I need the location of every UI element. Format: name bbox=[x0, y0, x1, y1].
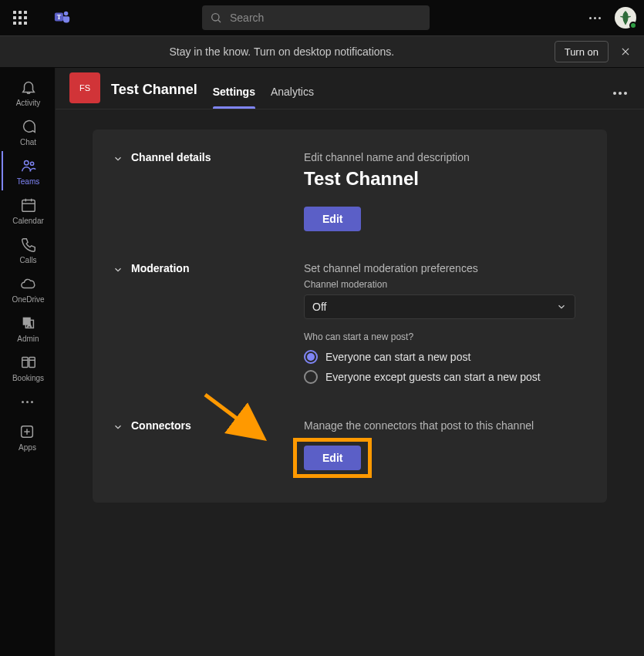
rail-label: Calendar bbox=[12, 217, 44, 225]
rail-label: Chat bbox=[20, 138, 36, 146]
search-icon bbox=[210, 12, 222, 24]
rail-onedrive[interactable]: OneDrive bbox=[2, 269, 54, 308]
section-connectors: Connectors Manage the connectors that po… bbox=[93, 404, 607, 481]
settings-panel: Channel details Edit channel name and de… bbox=[93, 130, 607, 503]
app-launcher-button[interactable] bbox=[8, 5, 32, 30]
rail-label: Bookings bbox=[12, 374, 44, 382]
close-banner-button[interactable] bbox=[616, 42, 635, 61]
svg-point-3 bbox=[212, 14, 219, 21]
svg-point-8 bbox=[24, 161, 29, 166]
rail-apps[interactable]: Apps bbox=[19, 419, 36, 456]
search-input[interactable] bbox=[230, 12, 422, 24]
channel-tabs: Settings Analytics bbox=[213, 68, 314, 109]
radio-icon bbox=[304, 370, 318, 384]
section-desc: Edit channel name and description bbox=[304, 151, 587, 163]
section-title: Channel details bbox=[131, 151, 211, 163]
radio-icon bbox=[304, 350, 318, 364]
rail-calendar[interactable]: Calendar bbox=[2, 190, 54, 230]
search-field[interactable] bbox=[202, 5, 430, 30]
chevron-down-icon[interactable] bbox=[113, 422, 123, 432]
rail-label: Admin bbox=[17, 335, 39, 343]
radio-everyone[interactable]: Everyone can start a new post bbox=[304, 350, 587, 364]
channel-more-button[interactable] bbox=[610, 89, 630, 98]
svg-point-2 bbox=[64, 12, 69, 16]
rail-calls[interactable]: Calls bbox=[2, 230, 54, 269]
select-value: Off bbox=[312, 301, 326, 313]
edit-channel-button[interactable]: Edit bbox=[304, 207, 361, 231]
rail-label: Apps bbox=[19, 443, 36, 452]
rail-label: OneDrive bbox=[12, 295, 44, 304]
app-rail: Activity Chat Teams Calendar Calls OneDr… bbox=[0, 68, 56, 656]
svg-rect-18 bbox=[29, 358, 34, 368]
section-desc: Manage the connectors that post to this … bbox=[304, 419, 587, 432]
radio-except-guests[interactable]: Everyone except guests can start a new p… bbox=[304, 370, 587, 384]
waffle-icon bbox=[13, 11, 27, 25]
annotation-highlight-box: Edit bbox=[293, 438, 372, 478]
channel-title: Test Channel bbox=[111, 82, 197, 98]
rail-label: Calls bbox=[19, 256, 36, 264]
user-avatar[interactable] bbox=[615, 7, 636, 29]
radio-label: Everyone except guests can start a new p… bbox=[325, 371, 541, 383]
turn-on-button[interactable]: Turn on bbox=[555, 41, 609, 62]
rail-admin[interactable]: A Admin bbox=[2, 308, 54, 348]
rail-bookings[interactable]: Bookings bbox=[2, 348, 54, 387]
moderation-select[interactable]: Off bbox=[304, 294, 575, 319]
radio-label: Everyone can start a new post bbox=[325, 351, 470, 363]
section-moderation: Moderation Set channel moderation prefer… bbox=[93, 245, 607, 404]
rail-activity[interactable]: Activity bbox=[2, 72, 54, 112]
channel-name-display: Test Channel bbox=[304, 168, 587, 190]
close-icon bbox=[620, 46, 631, 57]
svg-point-9 bbox=[30, 162, 33, 165]
section-title: Moderation bbox=[131, 262, 189, 274]
titlebar-more-button[interactable] bbox=[586, 14, 604, 22]
notification-banner: Stay in the know. Turn on desktop notifi… bbox=[0, 35, 644, 68]
section-channel-details: Channel details Edit channel name and de… bbox=[93, 143, 607, 245]
rail-more-button[interactable] bbox=[22, 393, 33, 411]
rail-chat[interactable]: Chat bbox=[2, 112, 54, 151]
field-label: Channel moderation bbox=[304, 279, 587, 290]
tab-settings[interactable]: Settings bbox=[213, 86, 255, 109]
channel-badge: FS bbox=[69, 72, 100, 103]
chevron-down-icon bbox=[556, 301, 567, 312]
presence-available-icon bbox=[629, 22, 637, 29]
titlebar: T bbox=[0, 0, 644, 35]
rail-label: Teams bbox=[17, 177, 39, 186]
section-title: Connectors bbox=[131, 419, 191, 432]
teams-logo-icon: T bbox=[54, 9, 71, 26]
channel-header: FS Test Channel Settings Analytics bbox=[56, 68, 644, 109]
section-desc: Set channel moderation preferences bbox=[304, 262, 587, 274]
svg-rect-17 bbox=[22, 358, 27, 368]
edit-connectors-button[interactable]: Edit bbox=[304, 446, 361, 470]
svg-line-4 bbox=[218, 20, 221, 22]
rail-label: Activity bbox=[16, 99, 41, 107]
chevron-down-icon[interactable] bbox=[113, 264, 123, 275]
tab-analytics[interactable]: Analytics bbox=[271, 86, 314, 109]
svg-text:A: A bbox=[27, 321, 31, 328]
content-area: FS Test Channel Settings Analytics Chann… bbox=[56, 68, 644, 656]
svg-text:T: T bbox=[57, 14, 62, 21]
question-label: Who can start a new post? bbox=[304, 331, 587, 342]
notification-text: Stay in the know. Turn on desktop notifi… bbox=[9, 45, 555, 58]
chevron-down-icon[interactable] bbox=[113, 153, 123, 164]
svg-rect-10 bbox=[22, 200, 35, 212]
rail-teams[interactable]: Teams bbox=[2, 151, 54, 190]
